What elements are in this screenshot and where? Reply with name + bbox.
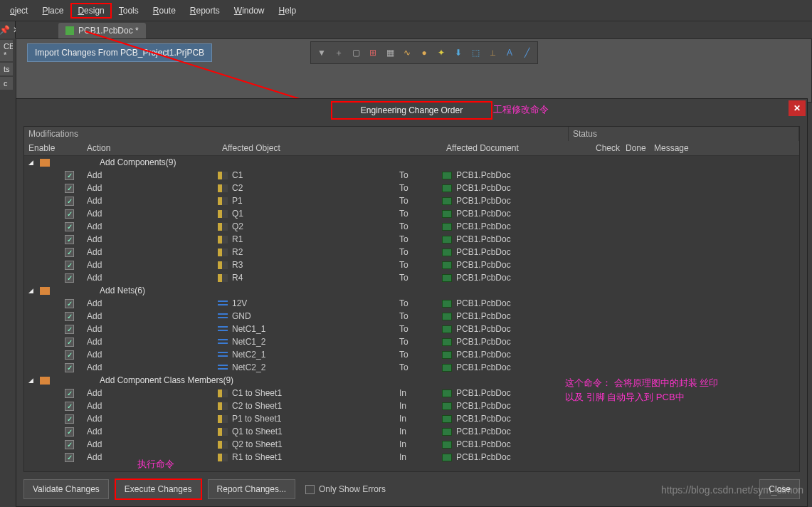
menu-oject[interactable]: oject — [3, 3, 35, 19]
menu-route[interactable]: Route — [146, 3, 183, 19]
table-row[interactable]: ✓AddNetC2_1ToPCB1.PcbDoc — [24, 348, 799, 361]
action-cell: Add — [83, 439, 218, 449]
only-show-errors-checkbox[interactable]: Only Show Errors — [305, 484, 386, 494]
chip-icon[interactable]: ▦ — [382, 45, 398, 61]
side-tab[interactable]: c — [0, 77, 13, 90]
table-row[interactable]: ✓AddNetC2_2ToPCB1.PcbDoc — [24, 361, 799, 374]
object-cell: C1 to Sheet1 — [218, 388, 399, 398]
dialog-close-button[interactable]: ✕ — [789, 100, 806, 116]
via-icon[interactable]: ● — [416, 45, 432, 61]
place-icon[interactable]: ⬇ — [450, 45, 466, 61]
relation-cell: In — [399, 401, 442, 411]
table-row[interactable]: ✓AddR3ToPCB1.PcbDoc — [24, 258, 799, 271]
table-row[interactable]: ✓AddP1 to Sheet1InPCB1.PcbDoc — [24, 412, 799, 425]
grid-body[interactable]: ◢Add Components(9)✓AddC1ToPCB1.PcbDoc✓Ad… — [24, 156, 799, 471]
line-icon[interactable]: ╱ — [519, 45, 534, 61]
relation-cell: To — [399, 183, 442, 193]
group-row[interactable]: ◢Add Components(9) — [24, 156, 799, 169]
enable-checkbox[interactable]: ✓ — [65, 427, 74, 437]
component-icon — [218, 402, 228, 410]
enable-checkbox[interactable]: ✓ — [65, 273, 74, 283]
menu-window[interactable]: Window — [227, 3, 272, 19]
collapse-icon[interactable]: ◢ — [28, 287, 36, 294]
menu-design[interactable]: Design — [70, 3, 111, 19]
table-row[interactable]: ✓AddGNDToPCB1.PcbDoc — [24, 310, 799, 323]
selection-icon[interactable]: ▢ — [348, 45, 364, 61]
menu-place[interactable]: Place — [35, 3, 70, 19]
enable-checkbox[interactable]: ✓ — [65, 248, 74, 257]
table-row[interactable]: ✓AddQ2ToPCB1.PcbDoc — [24, 220, 799, 233]
pcb-icon — [442, 184, 452, 192]
panel-controls: ▾ 📌 ✕ — [0, 21, 16, 38]
pin2-icon[interactable]: 📌 — [0, 25, 10, 35]
text-icon[interactable]: A — [502, 45, 517, 61]
table-row[interactable]: ✓AddQ2 to Sheet1InPCB1.PcbDoc — [24, 438, 799, 451]
validate-changes-button[interactable]: Validate Changes — [23, 479, 109, 499]
menu-tools[interactable]: Tools — [112, 3, 146, 19]
table-row[interactable]: ✓AddQ1ToPCB1.PcbDoc — [24, 207, 799, 220]
crosshair-icon[interactable]: ＋ — [331, 45, 347, 61]
status-header: Status — [569, 127, 799, 141]
enable-checkbox[interactable]: ✓ — [65, 184, 74, 193]
table-row[interactable]: ✓AddR1ToPCB1.PcbDoc — [24, 233, 799, 246]
file-tab-pcb1[interactable]: PCB1.PcbDoc * — [58, 23, 146, 38]
table-row[interactable]: ✓AddP1ToPCB1.PcbDoc — [24, 194, 799, 207]
enable-checkbox[interactable]: ✓ — [65, 389, 74, 398]
enable-checkbox[interactable]: ✓ — [65, 171, 74, 180]
side-tab[interactable]: CB * — [0, 40, 13, 61]
object-cell: GND — [218, 311, 399, 321]
enable-checkbox[interactable]: ✓ — [65, 363, 74, 372]
table-row[interactable]: ✓AddR2ToPCB1.PcbDoc — [24, 246, 799, 258]
object-cell: C2 — [218, 183, 399, 193]
col-message[interactable]: Message — [650, 141, 799, 155]
table-row[interactable]: ✓AddNetC1_2ToPCB1.PcbDoc — [24, 335, 799, 348]
collapse-icon[interactable]: ◢ — [28, 159, 36, 166]
poly-icon[interactable]: ⬚ — [468, 45, 483, 61]
execute-changes-button[interactable]: Execute Changes — [115, 479, 202, 500]
align-icon[interactable]: ⊞ — [365, 45, 381, 61]
filter-icon[interactable]: ▼ — [314, 45, 329, 61]
enable-checkbox[interactable]: ✓ — [65, 325, 74, 334]
col-affected-document[interactable]: Affected Document — [442, 141, 591, 155]
table-row[interactable]: ✓AddC1ToPCB1.PcbDoc — [24, 169, 799, 182]
menu-reports[interactable]: Reports — [183, 3, 227, 19]
report-changes-button[interactable]: Report Changes... — [208, 479, 295, 499]
key-icon[interactable]: ✦ — [433, 45, 449, 61]
enable-checkbox[interactable]: ✓ — [65, 402, 74, 411]
enable-checkbox[interactable]: ✓ — [65, 209, 74, 219]
table-row[interactable]: ✓AddC2ToPCB1.PcbDoc — [24, 182, 799, 194]
side-tab[interactable]: ts — [0, 63, 13, 75]
import-changes-button[interactable]: Import Changes From PCB_Project1.PrjPCB — [27, 43, 212, 62]
relation-cell: To — [399, 350, 442, 360]
table-row[interactable]: ✓AddQ1 to Sheet1InPCB1.PcbDoc — [24, 425, 799, 438]
col-affected-object[interactable]: Affected Object — [218, 141, 399, 155]
menu-help[interactable]: Help — [272, 3, 304, 19]
pcb-icon — [442, 338, 452, 346]
table-row[interactable]: ✓AddNetC1_1ToPCB1.PcbDoc — [24, 323, 799, 335]
net-icon — [218, 339, 228, 345]
col-check[interactable]: Check — [591, 141, 621, 155]
col-enable[interactable]: Enable — [24, 141, 83, 155]
enable-checkbox[interactable]: ✓ — [65, 222, 74, 231]
enable-checkbox[interactable]: ✓ — [65, 350, 74, 360]
pcb-canvas[interactable]: Import Changes From PCB_Project1.PrjPCB … — [16, 38, 812, 103]
route-icon[interactable]: ∿ — [399, 45, 415, 61]
col-done[interactable]: Done — [621, 141, 650, 155]
table-row[interactable]: ✓AddR4ToPCB1.PcbDoc — [24, 271, 799, 284]
modifications-header: Modifications — [24, 127, 569, 141]
enable-checkbox[interactable]: ✓ — [65, 338, 74, 347]
enable-checkbox[interactable]: ✓ — [65, 261, 74, 270]
enable-checkbox[interactable]: ✓ — [65, 440, 74, 449]
enable-checkbox[interactable]: ✓ — [65, 235, 74, 244]
grid-section-headers: Modifications Status — [24, 127, 799, 141]
enable-checkbox[interactable]: ✓ — [65, 414, 74, 424]
enable-checkbox[interactable]: ✓ — [65, 312, 74, 321]
dimension-icon[interactable]: ⟂ — [485, 45, 500, 61]
col-action[interactable]: Action — [83, 141, 218, 155]
enable-checkbox[interactable]: ✓ — [65, 453, 74, 462]
enable-checkbox[interactable]: ✓ — [65, 197, 74, 206]
table-row[interactable]: ✓Add12VToPCB1.PcbDoc — [24, 297, 799, 310]
group-row[interactable]: ◢Add Nets(6) — [24, 284, 799, 297]
enable-checkbox[interactable]: ✓ — [65, 299, 74, 308]
collapse-icon[interactable]: ◢ — [28, 377, 36, 384]
